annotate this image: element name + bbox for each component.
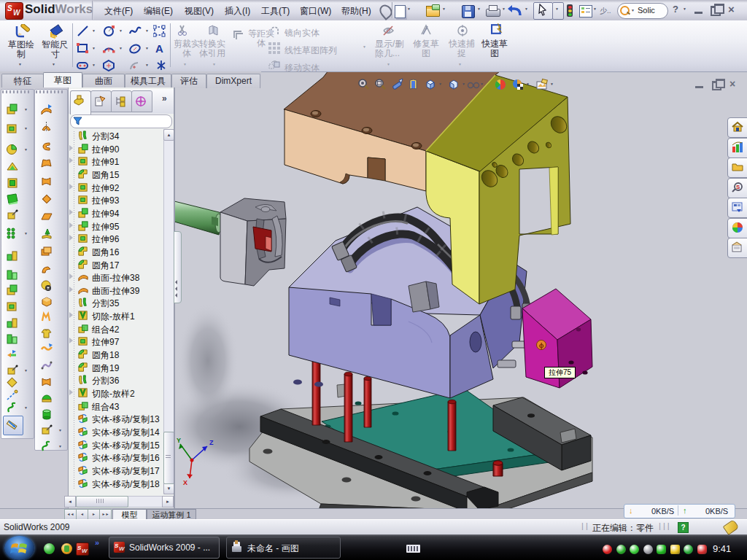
svg-text:Z: Z: [209, 439, 214, 446]
svg-text:X: X: [183, 479, 187, 486]
svg-text:A: A: [155, 42, 163, 55]
svg-text:S: S: [736, 184, 740, 190]
svg-text:ϕ: ϕ: [539, 342, 544, 349]
svg-text:+: +: [425, 26, 428, 32]
svg-text:Y: Y: [177, 437, 181, 444]
